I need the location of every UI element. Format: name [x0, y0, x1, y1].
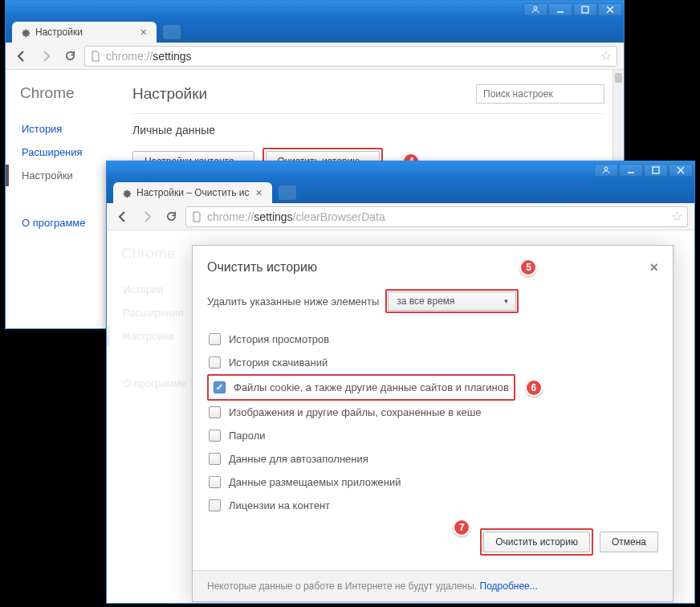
badge-5: 5 — [519, 259, 537, 276]
checkbox[interactable] — [209, 430, 221, 442]
dialog-title: Очистить историю — [207, 260, 317, 275]
clear-history-dialog: Очистить историю 5 × Удалить указанные н… — [192, 245, 674, 602]
option-label: Данные размещаемых приложений — [229, 476, 401, 488]
section-title: Личные данные — [132, 124, 604, 136]
tab-title: Настройки — [35, 26, 134, 38]
option-history-download[interactable]: История скачиваний — [207, 351, 658, 374]
reload-button[interactable] — [161, 207, 181, 226]
highlight-6: Файлы cookie, а также другие данные сайт… — [207, 374, 515, 401]
checkbox[interactable] — [209, 356, 221, 369]
new-tab-button[interactable] — [279, 185, 296, 200]
option-label: Лицензии на контент — [229, 499, 330, 511]
bookmark-star-icon[interactable]: ☆ — [600, 48, 612, 63]
tab-close-icon[interactable]: × — [139, 26, 149, 39]
maximize-button[interactable] — [573, 3, 597, 16]
back-button[interactable] — [113, 207, 132, 226]
page-icon — [191, 211, 202, 222]
minimize-button[interactable] — [619, 164, 643, 177]
badge-6: 6 — [525, 379, 543, 397]
titlebar — [107, 161, 694, 179]
search-settings-input[interactable] — [476, 84, 604, 104]
maximize-button[interactable] — [644, 164, 668, 177]
footer-text: Некоторые данные о работе в Интернете не… — [207, 581, 480, 592]
close-button[interactable] — [669, 164, 693, 177]
badge-7: 7 — [453, 519, 470, 536]
option-label: История просмотров — [229, 333, 329, 345]
url-scheme: chrome:// — [207, 210, 254, 223]
tab-settings[interactable]: Настройки × — [12, 22, 157, 43]
option-cookies[interactable]: Файлы cookie, а также другие данные сайт… — [212, 376, 511, 399]
tabstrip: Настройки – Очистить ис × — [107, 179, 694, 203]
option-label: Файлы cookie, а также другие данные сайт… — [234, 381, 509, 393]
sidebar-item-history[interactable]: История — [20, 118, 118, 140]
checkbox[interactable] — [209, 476, 221, 488]
forward-button[interactable] — [137, 207, 157, 226]
sidebar-item-extensions[interactable]: Расширения — [20, 141, 118, 163]
minimize-button[interactable] — [548, 3, 572, 16]
url-mid: settings — [254, 210, 292, 223]
tab-close-icon[interactable]: × — [254, 186, 263, 199]
tab-settings-clear[interactable]: Настройки – Очистить ис × — [113, 182, 272, 203]
cancel-button[interactable]: Отмена — [600, 532, 658, 552]
checkbox[interactable] — [209, 406, 221, 418]
svg-rect-1 — [582, 6, 588, 13]
page-icon — [90, 51, 101, 62]
sidebar-item-about[interactable]: О программе — [20, 212, 118, 234]
checkbox[interactable] — [209, 453, 221, 465]
tabstrip: Настройки × — [6, 18, 624, 43]
toolbar: chrome://settings ☆ — [6, 43, 624, 70]
option-label: Данные для автозаполнения — [229, 453, 368, 465]
option-autofill[interactable]: Данные для автозаполнения — [207, 447, 658, 471]
url-scheme: chrome:// — [106, 50, 153, 63]
page-content: Chrome История Расширения Настройки О пр… — [107, 230, 694, 603]
back-button[interactable] — [12, 47, 31, 66]
omnibox[interactable]: chrome://settings ☆ — [84, 46, 617, 67]
page-title: Настройки — [132, 85, 207, 103]
new-tab-button[interactable] — [163, 25, 181, 39]
brand-label: Chrome — [20, 84, 118, 102]
sidebar: Chrome История Расширения Настройки О пр… — [6, 70, 118, 328]
omnibox[interactable]: chrome://settings/clearBrowserData ☆ — [185, 206, 688, 227]
toolbar: chrome://settings/clearBrowserData ☆ — [107, 203, 694, 230]
bookmark-star-icon[interactable]: ☆ — [671, 209, 682, 224]
option-label: Изображения и другие файлы, сохраненные … — [229, 406, 481, 418]
forward-button[interactable] — [36, 47, 55, 66]
dialog-close-icon[interactable]: × — [649, 259, 658, 276]
url-tail: /clearBrowserData — [293, 210, 385, 223]
gear-icon — [121, 188, 132, 198]
sidebar-item-settings[interactable]: Настройки — [6, 165, 118, 186]
dialog-prompt: Удалить указанные ниже элементы — [207, 295, 379, 308]
titlebar — [6, 1, 624, 18]
checkbox[interactable] — [209, 333, 221, 345]
dialog-footer: Некоторые данные о работе в Интернете не… — [193, 570, 673, 601]
option-label: Пароли — [229, 430, 266, 442]
close-button[interactable] — [598, 3, 622, 16]
tab-title: Настройки – Очистить ис — [136, 187, 249, 198]
url-path: settings — [153, 50, 191, 63]
checkbox[interactable] — [209, 499, 221, 511]
option-cache[interactable]: Изображения и другие файлы, сохраненные … — [207, 401, 658, 424]
svg-rect-3 — [653, 167, 659, 173]
highlight-7: Очистить историю — [480, 528, 593, 556]
clear-history-ok-button[interactable]: Очистить историю — [483, 532, 590, 552]
user-switch-button[interactable] — [523, 3, 547, 16]
browser-window-2: Настройки – Очистить ис × chrome://setti… — [106, 161, 695, 604]
time-range-select[interactable]: за все время — [388, 291, 516, 311]
option-hosted-apps[interactable]: Данные размещаемых приложений — [207, 471, 658, 494]
checkbox[interactable] — [214, 381, 226, 393]
gear-icon — [20, 27, 31, 38]
highlight-5: за все время — [385, 289, 519, 313]
option-history-browse[interactable]: История просмотров — [207, 328, 658, 351]
reload-button[interactable] — [60, 47, 79, 66]
option-passwords[interactable]: Пароли — [207, 424, 658, 447]
option-label: История скачиваний — [229, 356, 328, 369]
option-licenses[interactable]: Лицензии на контент — [207, 494, 658, 517]
learn-more-link[interactable]: Подробнее... — [480, 581, 538, 592]
user-switch-button[interactable] — [594, 164, 618, 177]
